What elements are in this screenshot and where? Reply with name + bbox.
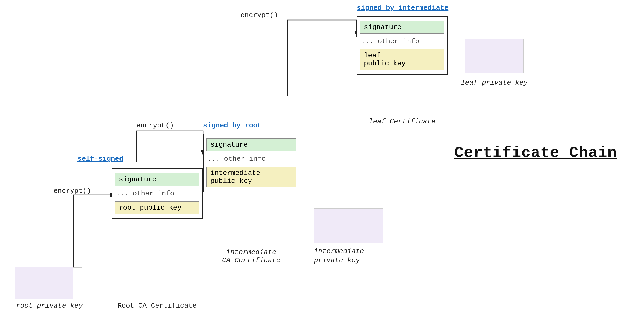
root-signature-field: signature xyxy=(115,173,199,186)
intermediate-cert-label: intermediateCA Certificate xyxy=(203,248,299,264)
intermediate-encrypt-label: encrypt() xyxy=(136,122,174,130)
root-private-key-label: root private key xyxy=(16,302,83,310)
root-encrypt-label: encrypt() xyxy=(53,187,91,195)
root-pubkey-field: root public key xyxy=(115,201,199,214)
leaf-encrypt-label: encrypt() xyxy=(240,11,278,19)
root-cert-label: Root CA Certificate xyxy=(112,302,203,310)
root-cert-box: signature ... other info root public key xyxy=(112,168,203,219)
intermediate-private-key-box xyxy=(314,208,383,243)
intermediate-signature-field: signature xyxy=(206,138,296,151)
leaf-private-key-label: leaf private key xyxy=(461,79,528,87)
intermediate-cert-box: signature ... other info intermediate pu… xyxy=(203,134,299,192)
diagram: self-signed encrypt() signature ... othe… xyxy=(0,0,644,321)
leaf-cert-box: signature ... other info leaf public key xyxy=(357,16,448,75)
signed-by-intermediate-label: signed by intermediate xyxy=(357,4,448,12)
main-title: Certificate Chain xyxy=(454,144,617,162)
leaf-cert-label: leaf Certificate xyxy=(357,118,448,126)
signed-by-root-label: signed by root xyxy=(203,122,261,130)
intermediate-pubkey-field: intermediate public key xyxy=(206,167,296,187)
intermediate-private-key-label: leaf private key intermediateprivate key xyxy=(314,247,364,265)
self-signed-label: self-signed xyxy=(77,155,123,163)
leaf-signature-field: signature xyxy=(360,21,444,34)
root-private-key-box xyxy=(15,267,73,299)
leaf-private-key-box xyxy=(465,39,524,73)
leaf-other-info: ... other info xyxy=(360,35,444,48)
root-other-info: ... other info xyxy=(115,187,199,200)
intermediate-other-info: ... other info xyxy=(206,153,296,165)
leaf-pubkey-field: leaf public key xyxy=(360,49,444,70)
